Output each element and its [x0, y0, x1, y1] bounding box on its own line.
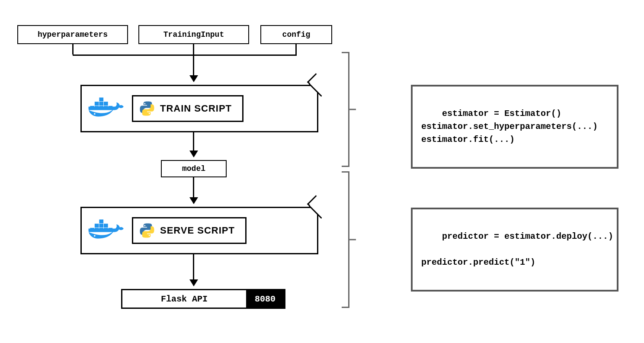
bracket-tick	[348, 109, 356, 110]
svg-point-9	[94, 113, 96, 115]
train-script-box: TRAIN SCRIPT	[132, 95, 244, 122]
python-icon	[139, 101, 155, 116]
label-training-input: TrainingInput	[163, 30, 224, 39]
train-script-label: TRAIN SCRIPT	[160, 103, 232, 114]
notch-serve	[309, 205, 322, 218]
model-box: model	[161, 160, 227, 177]
label-config: config	[282, 30, 311, 39]
svg-rect-12	[104, 224, 108, 228]
svg-rect-10	[95, 224, 99, 228]
connector-v-training	[193, 44, 194, 54]
notch-train	[309, 83, 322, 96]
arrow-to-train	[193, 54, 194, 81]
flask-api-label: Flask API	[122, 290, 246, 308]
train-container: TRAIN SCRIPT	[80, 85, 318, 132]
connector-hline	[73, 54, 297, 56]
code-train-panel: estimator = Estimator() estimator.set_hy…	[411, 85, 618, 169]
bracket-tick	[348, 239, 356, 240]
input-training: TrainingInput	[138, 25, 249, 44]
connector-v-hyper	[72, 44, 74, 54]
serve-script-label: SERVE SCRIPT	[160, 225, 235, 236]
code-serve-text: predictor = estimator.deploy(...) predic…	[421, 231, 613, 267]
svg-rect-2	[104, 102, 108, 106]
serve-script-box: SERVE SCRIPT	[132, 217, 247, 244]
flask-api-port: 8080	[246, 290, 284, 308]
input-hyperparameters: hyperparameters	[17, 25, 128, 44]
svg-rect-11	[99, 224, 103, 228]
bracket-serve	[342, 171, 349, 308]
svg-rect-3	[99, 97, 103, 101]
svg-rect-13	[99, 219, 103, 223]
flask-api-box: Flask API 8080	[121, 289, 285, 309]
serve-container: SERVE SCRIPT	[80, 207, 318, 254]
svg-rect-0	[95, 102, 99, 106]
label-hyperparameters: hyperparameters	[38, 30, 108, 39]
arrow-model-to-serve	[193, 177, 194, 203]
arrow-train-to-model	[193, 132, 194, 157]
svg-point-19	[94, 235, 96, 237]
code-serve-panel: predictor = estimator.deploy(...) predic…	[411, 208, 618, 292]
bracket-train	[342, 52, 349, 167]
arrow-serve-to-flask	[193, 254, 194, 285]
python-icon	[139, 223, 155, 238]
svg-rect-1	[99, 102, 103, 106]
code-train-text: estimator = Estimator() estimator.set_hy…	[421, 109, 598, 144]
connector-v-config	[295, 44, 297, 54]
input-config: config	[260, 25, 332, 44]
docker-icon	[88, 216, 126, 245]
docker-icon	[88, 94, 126, 123]
model-label: model	[182, 164, 205, 173]
